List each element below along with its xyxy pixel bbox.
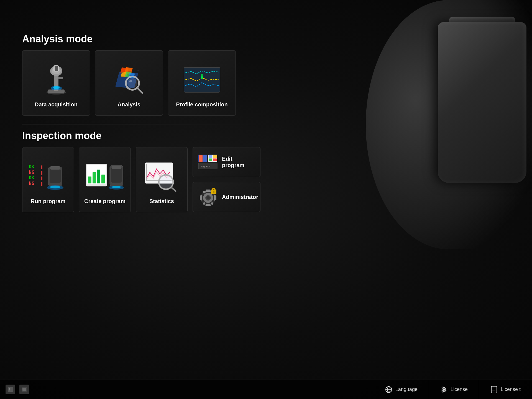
license-type-button[interactable]: License t bbox=[479, 380, 532, 399]
section-divider bbox=[22, 124, 260, 124]
svg-text:NG: NG bbox=[29, 181, 34, 186]
svg-line-53 bbox=[172, 188, 176, 191]
analysis-mode-title: Analysis mode bbox=[22, 33, 260, 45]
main-content: Analysis mode bbox=[22, 33, 260, 212]
analysis-mode-section: Analysis mode bbox=[22, 33, 260, 116]
statistics-card[interactable]: Statistics bbox=[136, 147, 188, 212]
svg-rect-60 bbox=[209, 158, 212, 161]
analysis-cards-grid: Data acquisition bbox=[22, 50, 260, 116]
run-program-label: Run program bbox=[28, 198, 68, 204]
svg-rect-83 bbox=[22, 388, 26, 391]
svg-rect-43 bbox=[101, 175, 105, 183]
svg-rect-37 bbox=[50, 166, 60, 170]
administrator-label: Administrator bbox=[222, 194, 258, 200]
license-type-label: License t bbox=[501, 387, 521, 392]
svg-point-52 bbox=[159, 175, 173, 189]
license-button[interactable]: License bbox=[429, 380, 479, 399]
profile-composition-card[interactable]: Profile composition bbox=[168, 50, 236, 116]
profile-chart-icon bbox=[183, 66, 221, 94]
administrator-icon-area bbox=[198, 187, 218, 207]
taskbar-icon-1[interactable]: 1 bbox=[6, 385, 15, 394]
svg-rect-76 bbox=[491, 386, 497, 393]
administrator-icon bbox=[198, 188, 218, 206]
svg-line-20 bbox=[137, 88, 142, 93]
edit-program-icon: programs bbox=[198, 155, 218, 170]
svg-rect-31 bbox=[41, 177, 42, 180]
language-label: Language bbox=[395, 387, 418, 392]
svg-rect-42 bbox=[97, 170, 100, 183]
svg-rect-40 bbox=[88, 177, 91, 183]
svg-rect-24 bbox=[201, 74, 203, 77]
magnifier-heatmap-icon bbox=[112, 63, 146, 96]
globe-icon bbox=[385, 386, 393, 393]
create-program-icon-area bbox=[79, 155, 131, 198]
edit-program-icon-area: programs bbox=[198, 152, 218, 172]
create-program-label: Create program bbox=[81, 198, 128, 204]
svg-rect-7 bbox=[58, 77, 63, 79]
svg-rect-30 bbox=[41, 171, 42, 175]
svg-text:OK: OK bbox=[29, 175, 34, 180]
run-program-icon-area: OK NG OK NG bbox=[22, 155, 74, 198]
run-program-icon: OK NG OK NG bbox=[27, 161, 69, 192]
svg-point-48 bbox=[112, 186, 121, 188]
svg-point-19 bbox=[127, 78, 137, 88]
data-acquisition-icon-area bbox=[22, 58, 90, 101]
statistics-label: Statistics bbox=[147, 198, 177, 204]
right-column: programs Edit program bbox=[193, 147, 260, 212]
svg-text:programs: programs bbox=[200, 165, 211, 168]
profile-composition-label: Profile composition bbox=[173, 101, 231, 108]
svg-rect-58 bbox=[209, 155, 212, 158]
svg-point-75 bbox=[443, 388, 445, 391]
svg-point-36 bbox=[50, 186, 60, 188]
create-program-card[interactable]: Create program bbox=[79, 147, 131, 212]
svg-rect-46 bbox=[112, 166, 121, 169]
analysis-card[interactable]: Analysis bbox=[95, 50, 163, 116]
svg-rect-9 bbox=[55, 66, 58, 71]
edit-program-card[interactable]: programs Edit program bbox=[193, 147, 260, 177]
svg-rect-34 bbox=[50, 169, 61, 183]
analysis-icon-area bbox=[95, 58, 163, 101]
license-label: License bbox=[451, 387, 468, 392]
bottom-bar: Language License License t bbox=[0, 380, 532, 399]
svg-text:NG: NG bbox=[29, 170, 34, 175]
data-acquisition-card[interactable]: Data acquisition bbox=[22, 50, 90, 116]
profile-composition-icon-area bbox=[168, 58, 236, 101]
svg-rect-55 bbox=[199, 155, 203, 162]
taskbar-icon-2[interactable] bbox=[19, 385, 29, 394]
svg-rect-59 bbox=[213, 155, 217, 158]
inspection-grid: OK NG OK NG bbox=[22, 147, 260, 212]
svg-text:1: 1 bbox=[9, 388, 10, 391]
document-icon bbox=[490, 386, 498, 393]
statistics-icon bbox=[144, 161, 180, 192]
svg-rect-32 bbox=[41, 182, 42, 186]
device-body bbox=[438, 22, 526, 183]
administrator-card[interactable]: Administrator bbox=[193, 182, 260, 212]
inspection-mode-title: Inspection mode bbox=[22, 130, 260, 142]
run-program-card[interactable]: OK NG OK NG bbox=[22, 147, 74, 212]
svg-rect-69 bbox=[213, 191, 214, 193]
create-program-icon bbox=[85, 161, 125, 192]
svg-point-6 bbox=[53, 86, 60, 89]
svg-rect-61 bbox=[213, 158, 217, 161]
svg-point-67 bbox=[206, 196, 210, 200]
statistics-icon-area bbox=[136, 155, 187, 198]
gear-icon bbox=[440, 386, 448, 393]
language-button[interactable]: Language bbox=[374, 380, 429, 399]
edit-program-label: Edit program bbox=[222, 156, 255, 168]
svg-rect-56 bbox=[203, 155, 207, 162]
svg-rect-41 bbox=[93, 172, 96, 183]
svg-rect-45 bbox=[111, 167, 122, 183]
taskbar: 1 bbox=[0, 380, 55, 399]
svg-rect-29 bbox=[41, 165, 42, 169]
svg-text:OK: OK bbox=[29, 164, 34, 169]
microscope-icon bbox=[40, 63, 73, 96]
data-acquisition-label: Data acquisition bbox=[32, 101, 80, 108]
analysis-label: Analysis bbox=[115, 101, 143, 108]
inspection-mode-section: Inspection mode OK NG OK NG bbox=[22, 130, 260, 212]
